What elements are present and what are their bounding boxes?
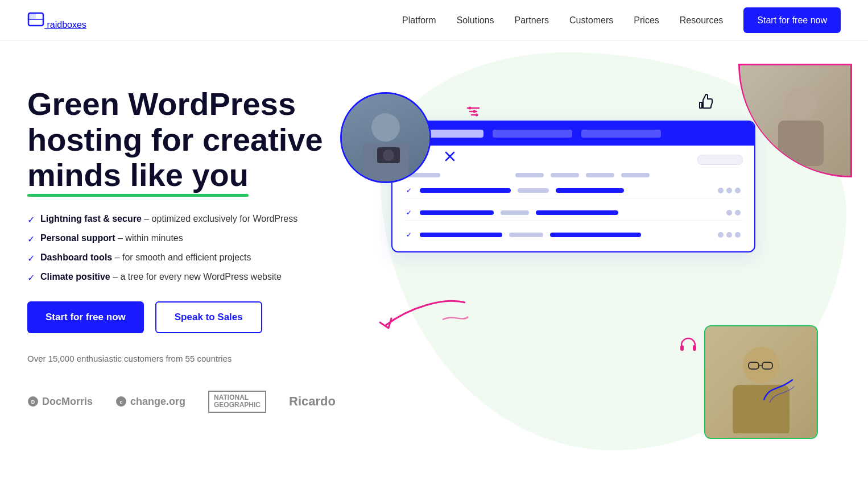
check-icon-1: ✓ [27, 214, 35, 225]
hero-section: Green WordPress hosting for creative min… [0, 41, 868, 493]
svg-text:c: c [120, 399, 123, 405]
nav-customers[interactable]: Customers [569, 15, 613, 25]
row-bar-2 [518, 188, 549, 193]
start-free-button[interactable]: Start for free now [27, 301, 144, 333]
row-bar-4 [420, 210, 494, 215]
row-bar-5 [501, 210, 529, 215]
hero-features-list: ✓ Lightning fast & secure – optimized ex… [27, 214, 346, 283]
svg-point-21 [785, 88, 817, 119]
row-bar-6 [536, 210, 618, 215]
dashboard-column-headers [404, 173, 743, 177]
customer-logos: D DocMorris c change.org NATIONALGEOGRAP… [27, 391, 346, 412]
dashboard-search-box[interactable] [697, 155, 743, 165]
dashboard-header [392, 122, 754, 146]
logo-ricardo: Ricardo [289, 394, 336, 409]
nav-prices[interactable]: Prices [634, 15, 659, 25]
nav-partners[interactable]: Partners [515, 15, 549, 25]
row-dots-3 [718, 232, 741, 238]
dashboard-tab-2[interactable] [493, 130, 572, 138]
svg-point-10 [469, 107, 472, 110]
svg-rect-20 [693, 345, 696, 351]
close-x-icon [443, 149, 457, 167]
col-header-5 [621, 173, 650, 177]
col-header-3 [551, 173, 579, 177]
row-dots-1 [718, 188, 741, 193]
row-bar-7 [420, 233, 502, 237]
dashboard-tab-3[interactable] [581, 130, 661, 138]
speak-to-sales-button[interactable]: Speak to Sales [155, 301, 262, 333]
logo[interactable]: raidboxes [27, 11, 86, 30]
nav-solutions[interactable]: Solutions [457, 15, 494, 25]
thumbs-up-icon [697, 92, 716, 114]
filter-icon [465, 103, 481, 123]
check-icon-2: ✓ [27, 234, 35, 245]
row-check-3: ✓ [406, 231, 413, 239]
nav-links: Platform Solutions Partners Customers Pr… [402, 15, 841, 26]
hero-buttons: Start for free now Speak to Sales [27, 301, 346, 333]
svg-point-15 [371, 113, 400, 142]
feature-item: ✓ Lightning fast & secure – optimized ex… [27, 214, 346, 225]
logo-docmorris: D DocMorris [27, 396, 93, 408]
check-icon-3: ✓ [27, 253, 35, 264]
svg-rect-19 [680, 345, 684, 351]
hero-title: Green WordPress hosting for creative min… [27, 86, 346, 193]
nav-platform[interactable]: Platform [402, 15, 436, 25]
logo-text: raidboxes [47, 20, 86, 30]
table-row: ✓ [404, 227, 743, 242]
headset-icon [678, 335, 698, 359]
row-bar-3 [556, 188, 624, 193]
hero-left: Green WordPress hosting for creative min… [27, 75, 346, 413]
changeorg-logo-icon: c [115, 396, 127, 407]
row-bar-9 [550, 233, 641, 237]
row-check-2: ✓ [406, 209, 413, 217]
nav-cta-button[interactable]: Start for free now [743, 7, 841, 33]
feature-item: ✓ Personal support – within minutes [27, 233, 346, 245]
pink-arrow [363, 291, 477, 339]
social-proof-text: Over 15,000 enthusiastic customers from … [27, 354, 346, 363]
dashboard-rows: ✓ ✓ [404, 183, 743, 242]
nav-resources[interactable]: Resources [680, 15, 723, 25]
svg-text:D: D [31, 399, 35, 405]
table-row: ✓ [404, 205, 743, 221]
person-placeholder-1 [342, 94, 429, 181]
col-header-2 [515, 173, 544, 177]
svg-point-12 [476, 114, 478, 117]
logo-national-geographic: NATIONALGEOGRAPHIC [208, 391, 266, 412]
svg-rect-1 [28, 13, 36, 19]
docmorris-logo-icon: D [27, 396, 39, 407]
row-dots-2 [726, 210, 741, 216]
table-row: ✓ [404, 183, 743, 198]
person-circle-photographer [340, 92, 431, 183]
col-header-4 [586, 173, 614, 177]
check-icon-4: ✓ [27, 272, 35, 283]
logo-changeorg: c change.org [115, 396, 185, 408]
svg-point-18 [383, 150, 394, 161]
dashboard-card: ✓ ✓ [391, 121, 755, 252]
decorative-lines [761, 374, 795, 405]
logo-icon [27, 11, 44, 28]
navigation: raidboxes Platform Solutions Partners Cu… [0, 0, 868, 41]
svg-point-11 [473, 110, 476, 113]
hero-illustration: ✓ ✓ [346, 75, 841, 473]
row-check-1: ✓ [406, 187, 413, 194]
feature-item: ✓ Dashboard tools – for smooth and effic… [27, 252, 346, 264]
feature-item: ✓ Climate positive – a tree for every ne… [27, 272, 346, 283]
row-bar-1 [420, 188, 511, 193]
row-bar-8 [509, 233, 543, 237]
